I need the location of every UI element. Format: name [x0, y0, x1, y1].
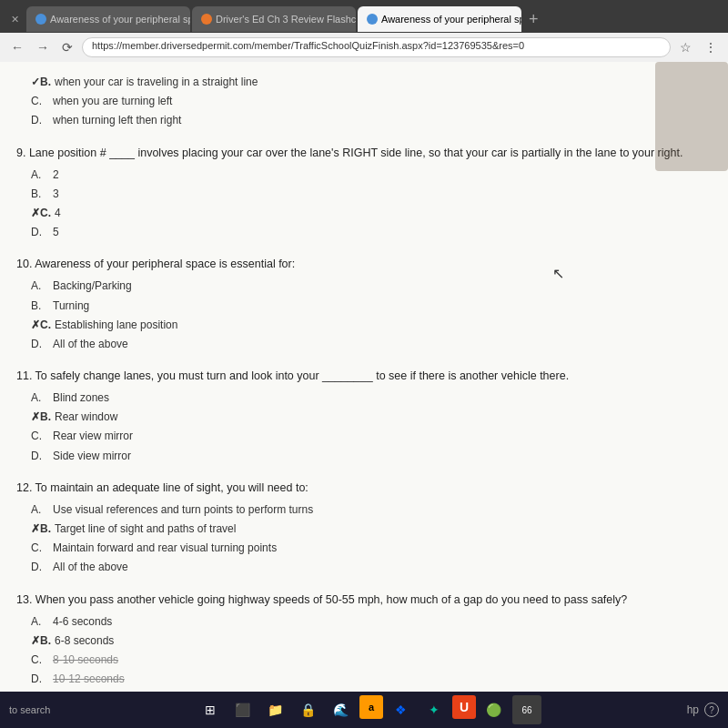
q13-d-marker: D.: [31, 671, 49, 688]
tab-3-icon: [367, 14, 378, 25]
q11-a-text: Blind zones: [53, 389, 109, 407]
q11-d-marker: D.: [31, 448, 49, 465]
back-button[interactable]: ←: [7, 38, 27, 56]
q13-option-d: D. 10-12 seconds: [31, 670, 712, 689]
tab-2-label: Driver's Ed Ch 3 Review Flashcar: [216, 14, 356, 25]
reload-button[interactable]: ⟳: [58, 38, 76, 56]
q10-option-c: ✗C. Establishing lane position: [31, 316, 712, 335]
q12-text: 12. To maintain an adequate line of sigh…: [16, 479, 712, 497]
q11-b-marker: ✗B.: [31, 409, 51, 426]
q11-b-text: Rear window: [55, 409, 117, 426]
q13-b-marker: ✗B.: [31, 632, 51, 650]
q8-option-c: C. when you are turning left: [31, 92, 712, 111]
q13-b-text: 6-8 seconds: [55, 632, 114, 650]
tab-1[interactable]: Awareness of your peripheral sp. ✕: [26, 6, 190, 32]
q13-option-a: A. 4-6 seconds: [31, 612, 712, 632]
q9-option-b: B. 3: [31, 185, 712, 204]
question-10: 10. Awareness of your peripheral space i…: [16, 255, 712, 354]
q11-c-text: Rear view mirror: [53, 428, 133, 445]
tab-1-label: Awareness of your peripheral sp.: [50, 14, 190, 25]
question-12: 12. To maintain an adequate line of sigh…: [16, 479, 712, 578]
taskbar-search-label: to search: [9, 704, 50, 715]
q12-option-c: C. Maintain forward and rear visual turn…: [31, 539, 712, 558]
q9-a-text: 2: [53, 167, 59, 184]
q12-c-text: Maintain forward and rear visual turning…: [53, 540, 277, 557]
taskbar-dollar-btn[interactable]: ✦: [420, 695, 449, 724]
menu-button[interactable]: ⋮: [701, 38, 721, 56]
q13-a-text: 4-6 seconds: [53, 613, 112, 631]
tab-close-first[interactable]: ✕: [5, 12, 25, 27]
q9-b-text: 3: [53, 186, 59, 203]
taskbar-apps: ⊞ ⬛ 📁 🔒 🌊 a ❖ ✦ U 🟢 66: [57, 695, 679, 724]
taskbar-badge: 66: [512, 695, 541, 724]
tab-3-label: Awareness of your peripheral sp.: [381, 14, 521, 25]
q8-option-b: ✓B. when your car is traveling in a stra…: [31, 73, 712, 92]
forward-button[interactable]: →: [33, 38, 53, 56]
tab-2-icon: [201, 14, 212, 25]
q13-a-marker: A.: [31, 613, 49, 631]
q8-option-d: D. when turning left then right: [31, 111, 712, 130]
taskbar-dropbox-btn[interactable]: ❖: [387, 695, 416, 724]
question-13: 13. When you pass another vehicle going …: [16, 591, 712, 690]
q11-a-marker: A.: [31, 389, 49, 407]
q8-d-text: when turning left then right: [53, 112, 181, 129]
q10-b-marker: B.: [31, 298, 49, 315]
taskbar-lock-btn[interactable]: 🔒: [294, 695, 323, 724]
browser-chrome: ✕ Awareness of your peripheral sp. ✕ Dri…: [0, 0, 728, 62]
q13-option-c: C. 8-10 seconds: [31, 651, 712, 670]
address-input[interactable]: https://member.driversedpermit.com/membe…: [82, 37, 671, 57]
q8-d-marker: D.: [31, 112, 49, 129]
q11-option-a: A. Blind zones: [31, 389, 712, 408]
q9-c-marker: ✗C.: [31, 205, 51, 222]
q10-b-text: Turning: [53, 298, 89, 315]
q9-d-text: 5: [53, 224, 59, 241]
q13-c-text: 8-10 seconds: [53, 652, 118, 669]
q11-option-c: C. Rear view mirror: [31, 427, 712, 446]
q9-b-marker: B.: [31, 186, 49, 203]
page-photo-overlay: [655, 62, 728, 171]
taskbar-green-btn[interactable]: 🟢: [480, 695, 509, 724]
q10-text: 10. Awareness of your peripheral space i…: [16, 255, 712, 273]
tab-2[interactable]: Driver's Ed Ch 3 Review Flashcar ✕: [192, 6, 356, 32]
add-tab-button[interactable]: +: [523, 10, 544, 29]
q11-option-d: D. Side view mirror: [31, 447, 712, 466]
q12-b-marker: ✗B.: [31, 521, 51, 538]
taskbar-files-btn[interactable]: 📁: [261, 695, 290, 724]
taskbar-amazon-btn[interactable]: a: [359, 695, 383, 719]
q10-d-text: All of the above: [53, 336, 128, 353]
question-9: 9. Lane position # ____ involves placing…: [16, 144, 712, 243]
q8-b-text: when your car is traveling in a straight…: [55, 74, 258, 91]
bookmark-button[interactable]: ☆: [676, 38, 695, 56]
q9-a-marker: A.: [31, 167, 49, 184]
tab-3[interactable]: Awareness of your peripheral sp. ✕: [358, 6, 521, 32]
taskbar-edge-btn[interactable]: 🌊: [327, 695, 356, 724]
q12-d-marker: D.: [31, 559, 49, 576]
tab-bar: ✕ Awareness of your peripheral sp. ✕ Dri…: [0, 0, 728, 33]
taskbar: to search ⊞ ⬛ 📁 🔒 🌊 a ❖ ✦ U 🟢 66 hp ?: [0, 692, 728, 728]
q11-d-text: Side view mirror: [53, 448, 131, 465]
q10-option-b: B. Turning: [31, 297, 712, 316]
q10-option-d: D. All of the above: [31, 335, 712, 354]
q12-a-text: Use visual references and turn points to…: [53, 501, 313, 519]
q9-text: 9. Lane position # ____ involves placing…: [16, 144, 712, 162]
q13-text: 13. When you pass another vehicle going …: [16, 591, 712, 609]
taskbar-help[interactable]: ?: [704, 703, 719, 717]
taskbar-search-btn[interactable]: ⬛: [228, 695, 258, 724]
q12-b-text: Target line of sight and paths of travel: [55, 521, 236, 538]
q10-a-marker: A.: [31, 278, 49, 295]
q9-option-a: A. 2: [31, 166, 712, 185]
taskbar-u-btn[interactable]: U: [452, 695, 476, 719]
q12-a-marker: A.: [31, 501, 49, 519]
tab-1-icon: [35, 14, 46, 25]
q11-option-b: ✗B. Rear window: [31, 408, 712, 427]
q10-d-marker: D.: [31, 336, 49, 353]
taskbar-windows-btn[interactable]: ⊞: [196, 695, 225, 724]
taskbar-hp: hp: [687, 703, 699, 716]
q13-d-text: 10-12 seconds: [53, 671, 125, 688]
taskbar-right: hp ?: [687, 703, 719, 717]
q12-c-marker: C.: [31, 540, 49, 557]
q12-option-a: A. Use visual references and turn points…: [31, 500, 712, 520]
q12-d-text: All of the above: [53, 559, 128, 576]
question-8-partial: ✓B. when your car is traveling in a stra…: [16, 73, 712, 131]
question-11: 11. To safely change lanes, you must tur…: [16, 367, 712, 466]
